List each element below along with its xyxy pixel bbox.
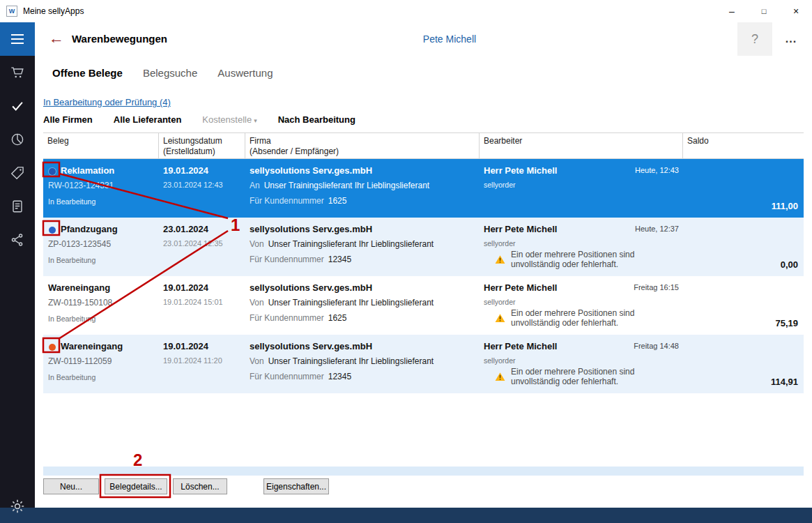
- user-name[interactable]: Pete Michell: [310, 33, 589, 45]
- doc-number: ZP-0123-123545: [48, 239, 111, 249]
- service-date: 19.01.2024: [163, 282, 208, 293]
- sidebar-item-statistics[interactable]: [0, 123, 35, 156]
- tab-offene-belege[interactable]: Offene Belege: [52, 67, 123, 79]
- customer-line: Für Kundennummer1625: [250, 313, 346, 323]
- filter-sortierung[interactable]: Nach Bearbeitung: [278, 114, 355, 125]
- app-header: ← Warenbewegungen Pete Michell ? ...: [35, 22, 812, 56]
- column-header-saldo[interactable]: Saldo: [683, 133, 804, 158]
- filter-kostenstelle[interactable]: Kostenstelle▾: [202, 114, 256, 125]
- filter-bar: Alle Firmen Alle Lieferanten Kostenstell…: [43, 114, 376, 125]
- editor-name: Herr Pete Michell: [484, 282, 558, 293]
- eigenschaften-button[interactable]: Eigenschaften...: [263, 478, 329, 494]
- table-row[interactable]: Pfandzugang ZP-0123-123545 In Bearbeitun…: [43, 218, 804, 276]
- doc-status: In Bearbeitung: [48, 197, 95, 206]
- cell-firma: sellysolutions Serv.ges.mbH VonUnser Tra…: [245, 276, 480, 335]
- column-header-label: Bearbeiter: [484, 136, 682, 146]
- tab-bar: Offene Belege Belegsuche Auswertung: [52, 67, 273, 79]
- ellipsis-icon: ...: [786, 33, 797, 45]
- partner-line: VonUnser Trainingslieferant Ihr Liebling…: [250, 239, 434, 249]
- sidebar-item-warenbewegungen[interactable]: [0, 89, 35, 123]
- customer-number: 1625: [328, 196, 347, 206]
- status-dot: [49, 168, 56, 175]
- tab-belegsuche[interactable]: Belegsuche: [143, 67, 197, 79]
- doc-type: Wareneingang: [48, 282, 110, 293]
- warning-text: Ein oder mehrere Positionen sind unvolls…: [511, 250, 661, 269]
- maximize-button[interactable]: □: [748, 0, 780, 22]
- table-row[interactable]: Wareneingang ZW-0119-150108 In Bearbeitu…: [43, 276, 804, 335]
- sidebar-item-cart[interactable]: [0, 56, 35, 89]
- shopping-cart-icon: [10, 65, 25, 80]
- cell-bearbeiter: Herr Pete Michell sellyorder Freitag 16:…: [480, 276, 683, 335]
- timestamp: Heute, 12:43: [635, 166, 679, 174]
- column-header-beleg[interactable]: Beleg: [43, 133, 159, 158]
- cell-saldo: 111,00: [683, 159, 804, 218]
- loeschen-button[interactable]: Löschen...: [173, 478, 227, 494]
- created-date: 19.01.2024 15:01: [163, 298, 223, 306]
- doc-type: Pfandzugang: [61, 224, 118, 234]
- editor-app: sellyorder: [484, 356, 516, 365]
- doc-status: In Bearbeitung: [48, 373, 95, 381]
- warning-icon: [495, 372, 505, 381]
- sidebar-item-settings[interactable]: [8, 497, 27, 516]
- filter-firmen[interactable]: Alle Firmen: [43, 114, 93, 125]
- doc-number: ZW-0119-150108: [48, 298, 112, 308]
- editor-app: sellyorder: [484, 298, 516, 306]
- belegdetails-button[interactable]: Belegdetails...: [105, 478, 167, 494]
- page-title: Warenbewegungen: [72, 33, 167, 45]
- tab-auswertung[interactable]: Auswertung: [217, 67, 273, 79]
- sidebar-item-journal[interactable]: [0, 190, 35, 223]
- column-header-firma[interactable]: Firma (Absender / Empfänger): [245, 133, 480, 158]
- filter-link-in-bearbeitung[interactable]: In Bearbeitung oder Prüfung (4): [43, 97, 171, 107]
- doc-number: ZW-0119-112059: [48, 356, 112, 366]
- column-header-label: Leistungsdatum: [163, 136, 245, 146]
- table-header: Beleg Leistungsdatum (Erstelldatum) Firm…: [43, 132, 804, 159]
- maximize-icon: □: [762, 7, 767, 15]
- created-date: 23.01.2024 12:43: [163, 181, 223, 189]
- company-name: sellysolutions Serv.ges.mbH: [250, 224, 372, 234]
- direction-label: Von: [250, 239, 264, 249]
- warning-text: Ein oder mehrere Positionen sind unvolls…: [511, 367, 661, 386]
- minimize-button[interactable]: –: [716, 0, 748, 22]
- cell-leistungsdatum: 19.01.2024 19.01.2024 11:20: [159, 335, 245, 393]
- direction-label: Von: [250, 298, 264, 308]
- company-name: sellysolutions Serv.ges.mbH: [250, 165, 372, 176]
- timestamp: Freitag 16:15: [634, 283, 679, 291]
- cell-leistungsdatum: 23.01.2024 23.01.2024 12:35: [159, 218, 245, 276]
- menu-button[interactable]: [0, 22, 35, 56]
- created-date: 23.01.2024 12:35: [163, 239, 223, 248]
- filter-lieferanten[interactable]: Alle Lieferanten: [114, 114, 182, 125]
- warning-icon: [495, 313, 505, 323]
- partner-line: VonUnser Trainingslieferant Ihr Liebling…: [250, 356, 434, 366]
- partner-name: Unser Trainingslieferant Ihr Lieblingsli…: [264, 181, 429, 190]
- horizontal-scrollbar[interactable]: [43, 467, 804, 476]
- table-row[interactable]: Wareneingang ZW-0119-112059 In Bearbeitu…: [43, 335, 804, 393]
- cell-firma: sellysolutions Serv.ges.mbH VonUnser Tra…: [245, 335, 480, 393]
- neu-button[interactable]: Neu...: [43, 478, 99, 494]
- back-button[interactable]: ←: [49, 29, 64, 48]
- doc-status: In Bearbeitung: [48, 256, 95, 264]
- sidebar-item-share[interactable]: [0, 223, 35, 257]
- customer-line: Für Kundennummer12345: [250, 372, 351, 381]
- company-name: sellysolutions Serv.ges.mbH: [250, 282, 372, 293]
- column-header-leistungsdatum[interactable]: Leistungsdatum (Erstelldatum): [159, 133, 245, 158]
- column-header-bearbeiter[interactable]: Bearbeiter: [480, 133, 683, 158]
- pie-chart-icon: [10, 132, 25, 147]
- document-table: Beleg Leistungsdatum (Erstelldatum) Firm…: [43, 132, 804, 393]
- cell-beleg: Reklamation RW-0123-124331 In Bearbeitun…: [43, 159, 159, 218]
- customer-line: Für Kundennummer1625: [250, 196, 346, 206]
- filter-kostenstelle-label: Kostenstelle: [202, 114, 252, 125]
- close-button[interactable]: ×: [780, 0, 812, 22]
- column-header-label: Saldo: [687, 136, 804, 146]
- customer-label: Für Kundennummer: [250, 313, 324, 323]
- table-row[interactable]: Reklamation RW-0123-124331 In Bearbeitun…: [43, 159, 804, 218]
- direction-label: Von: [250, 356, 264, 366]
- doc-type: Wareneingang: [61, 341, 123, 351]
- warning-icon: [495, 255, 505, 264]
- cell-leistungsdatum: 19.01.2024 23.01.2024 12:43: [159, 159, 245, 218]
- sidebar-item-tags[interactable]: [0, 156, 35, 190]
- direction-label: An: [250, 181, 260, 190]
- help-button[interactable]: ?: [737, 22, 772, 56]
- more-button[interactable]: ...: [776, 22, 806, 56]
- editor-name: Herr Pete Michell: [484, 165, 558, 176]
- status-dot: [49, 344, 56, 351]
